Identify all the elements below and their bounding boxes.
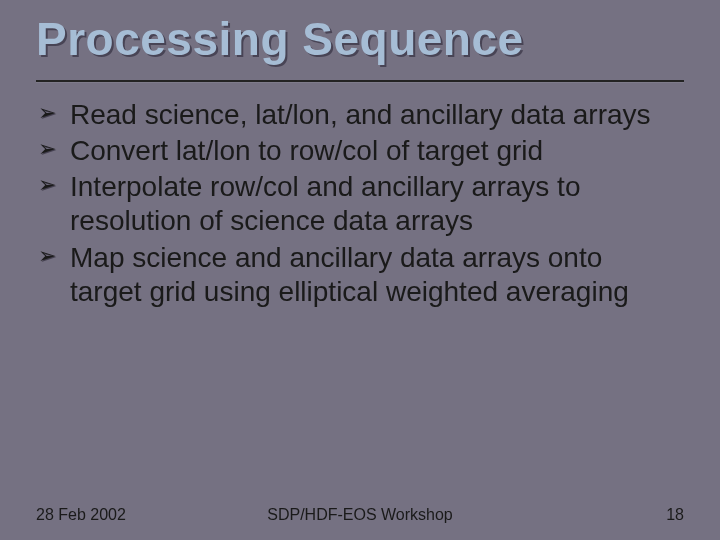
slide-title: Processing Sequence xyxy=(36,12,684,66)
bullet-item: Interpolate row/col and ancillary arrays… xyxy=(36,170,672,238)
bullet-item: Convert lat/lon to row/col of target gri… xyxy=(36,134,672,168)
bullet-list: Read science, lat/lon, and ancillary dat… xyxy=(36,98,672,309)
slide-footer: 28 Feb 2002 SDP/HDF-EOS Workshop 18 xyxy=(36,506,684,524)
bullet-item: Read science, lat/lon, and ancillary dat… xyxy=(36,98,672,132)
footer-center: SDP/HDF-EOS Workshop xyxy=(36,506,684,524)
bullet-item: Map science and ancillary data arrays on… xyxy=(36,241,672,309)
title-underline xyxy=(36,80,684,82)
slide: Processing Sequence Read science, lat/lo… xyxy=(0,0,720,540)
slide-body: Read science, lat/lon, and ancillary dat… xyxy=(36,98,672,311)
